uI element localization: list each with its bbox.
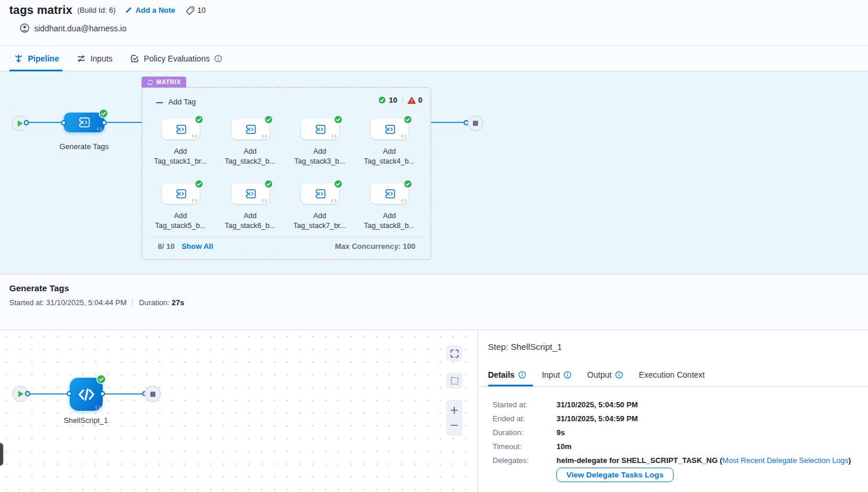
tab-policy-evaluations[interactable]: Policy Evaluations	[130, 46, 223, 71]
connector-line	[28, 393, 70, 395]
info-icon	[563, 371, 572, 379]
connector-line	[27, 122, 64, 123]
matrix-step-node[interactable]	[232, 183, 269, 204]
connector-line	[104, 122, 142, 123]
play-icon	[17, 120, 23, 127]
execution-detail-area: ShellScript_1 Step: ShellScript_1	[0, 330, 868, 492]
stage-info-strip: Generate Tags Started at: 31/10/2025, 5:…	[0, 274, 868, 330]
stage-duration: Duration: 27s	[139, 298, 184, 307]
custom-step-icon	[383, 188, 397, 200]
pipeline-end-node[interactable]	[468, 115, 483, 131]
build-id: (Build Id: 6)	[77, 6, 115, 15]
tab-inputs-label: Inputs	[91, 54, 113, 63]
stage-meta: Started at: 31/10/2025, 5:04:44 PM Durat…	[9, 298, 184, 307]
step-node-shellscript[interactable]	[70, 378, 103, 411]
step-details-panel: Step: ShellScript_1 Details Input Output…	[478, 330, 868, 492]
matrix-step-node[interactable]	[301, 119, 339, 139]
success-count-item: 10	[378, 96, 397, 104]
custom-step-icon	[174, 124, 188, 135]
custom-step-icon	[244, 188, 258, 200]
error-count: 0	[418, 96, 422, 104]
detail-row-started: Started at: 31/10/2025, 5:04:50 PM	[493, 397, 851, 411]
tab-input-label: Input	[542, 370, 560, 379]
tab-execution-context[interactable]: Execution Context	[639, 370, 705, 379]
success-count: 10	[389, 96, 397, 104]
delegate-selection-logs-link[interactable]: Most Recent Delegate Selection Logs	[722, 456, 849, 465]
matrix-badge-label: MATRIX	[157, 79, 181, 85]
custom-step-icon	[174, 188, 188, 200]
code-icon	[192, 134, 197, 138]
connection-point	[102, 120, 107, 125]
view-delegate-tasks-logs-button[interactable]: View Delegate Tasks Logs	[556, 468, 674, 482]
code-icon	[95, 406, 100, 410]
code-icon	[401, 134, 406, 138]
tab-details-label: Details	[488, 370, 515, 379]
custom-step-icon	[244, 124, 258, 135]
page-title: tags matrix	[9, 3, 73, 17]
tab-details[interactable]: Details	[488, 370, 526, 379]
tab-pipeline[interactable]: Pipeline	[14, 46, 59, 71]
matrix-step-label: AddTag_stack7_br...	[281, 211, 358, 231]
collapse-matrix-button[interactable]	[155, 99, 164, 107]
code-icon	[401, 198, 406, 202]
matrix-badge: MATRIX	[142, 77, 186, 88]
zoom-in-button[interactable]	[450, 406, 459, 415]
triggered-by-row: siddhant.dua@harness.io	[20, 23, 126, 33]
custom-step-icon	[313, 124, 327, 135]
tab-inputs[interactable]: Inputs	[77, 46, 113, 71]
matrix-footer: 8/ 10 Show All	[158, 242, 213, 251]
info-icon	[518, 371, 526, 379]
tab-policy-label: Policy Evaluations	[144, 54, 210, 63]
matrix-step-node[interactable]	[232, 119, 269, 139]
title-row: tags matrix (Build Id: 6) Add a Note 10	[9, 3, 206, 17]
left-panel-handle[interactable]	[0, 443, 3, 466]
step-end-node[interactable]	[144, 386, 161, 402]
nav-tabbar: Pipeline Inputs Policy Evaluations	[0, 45, 868, 71]
matrix-step-node[interactable]	[162, 183, 200, 204]
matrix-footer-divider	[149, 237, 424, 237]
show-all-link[interactable]: Show All	[182, 242, 213, 251]
code-icon	[331, 134, 337, 138]
stage-node-generate-tags[interactable]	[64, 113, 104, 132]
shown-count: 8/ 10	[158, 242, 175, 251]
policy-icon	[130, 54, 139, 63]
pipeline-icon	[14, 54, 23, 63]
harness-execution-page: tags matrix (Build Id: 6) Add a Note 10 …	[0, 0, 868, 492]
step-detail-rows: Started at: 31/10/2025, 5:04:50 PM Ended…	[493, 397, 851, 467]
matrix-step-label: AddTag_stack4_b...	[351, 147, 428, 167]
pencil-icon	[125, 6, 132, 14]
success-check-icon	[99, 108, 108, 118]
detail-row-duration: Duration: 9s	[493, 425, 851, 439]
add-note-link[interactable]: Add a Note	[125, 6, 175, 15]
success-check-icon	[96, 374, 106, 384]
connection-point	[24, 120, 29, 125]
matrix-step-label: AddTag_stack3_b...	[281, 147, 358, 167]
info-icon	[214, 55, 222, 63]
success-check-icon	[334, 115, 343, 124]
zoom-out-button[interactable]	[450, 421, 459, 430]
matrix-step-node[interactable]	[371, 183, 408, 204]
code-icon	[262, 198, 267, 202]
matrix-status-counts: 10 0	[378, 96, 422, 104]
detail-row-ended: Ended at: 31/10/2025, 5:04:59 PM	[493, 411, 851, 425]
meta-divider	[132, 299, 133, 307]
user-email: siddhant.dua@harness.io	[34, 24, 126, 33]
connection-point	[100, 391, 105, 396]
matrix-step-node[interactable]	[301, 183, 339, 204]
tab-output[interactable]: Output	[587, 370, 623, 379]
fullscreen-button[interactable]	[446, 345, 462, 361]
tag-count: 10	[197, 6, 205, 15]
matrix-step-node[interactable]	[371, 119, 408, 139]
tab-output-label: Output	[587, 370, 612, 379]
zoom-controls	[446, 400, 462, 436]
matrix-step-node[interactable]	[162, 119, 200, 139]
loop-icon	[147, 79, 154, 85]
detail-row-timeout: Timeout: 10m	[493, 439, 851, 453]
fullscreen-icon	[450, 349, 460, 359]
success-check-icon	[403, 115, 413, 124]
fit-to-screen-button[interactable]	[446, 372, 462, 389]
tab-input[interactable]: Input	[542, 370, 572, 379]
success-check-icon	[378, 96, 386, 104]
matrix-group-title: Add Tag	[168, 97, 196, 106]
detail-row-delegates: Delegates: helm-delegate for SHELL_SCRIP…	[493, 453, 851, 467]
